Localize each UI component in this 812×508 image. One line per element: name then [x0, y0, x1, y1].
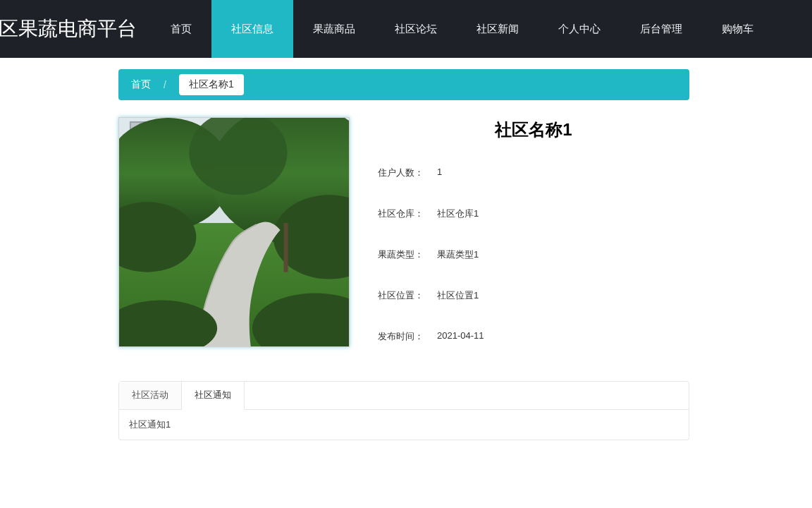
breadcrumb-home[interactable]: 首页 [131, 78, 151, 91]
nav-item-4[interactable]: 社区新闻 [457, 0, 539, 58]
info-label: 社区位置： [378, 289, 437, 302]
tab-1[interactable]: 社区通知 [182, 382, 245, 410]
community-image [119, 118, 349, 346]
nav-item-6[interactable]: 后台管理 [620, 0, 702, 58]
nav-items: 首页社区信息果蔬商品社区论坛社区新闻个人中心后台管理购物车 [151, 0, 812, 58]
info-value: 1 [437, 167, 442, 179]
detail-row: 社区名称1 住户人数：1社区仓库：社区仓库1果蔬类型：果蔬类型1社区位置：社区位… [118, 117, 689, 371]
brand-title: 社区果蔬电商平台 [0, 0, 151, 58]
info-row-4: 发布时间：2021-04-11 [378, 330, 689, 343]
info-value: 2021-04-11 [437, 330, 484, 343]
info-label: 果蔬类型： [378, 248, 437, 261]
info-row-2: 果蔬类型：果蔬类型1 [378, 248, 689, 261]
breadcrumb: 首页 / 社区名称1 [118, 69, 689, 100]
breadcrumb-separator: / [164, 79, 166, 90]
tab-content: 社区通知1 [118, 410, 689, 440]
info-value: 社区位置1 [437, 289, 479, 302]
info-label: 社区仓库： [378, 207, 437, 220]
svg-rect-17 [284, 223, 288, 272]
nav-item-7[interactable]: 购物车 [702, 0, 773, 58]
tabs-bar: 社区活动社区通知 [118, 381, 689, 410]
info-label: 住户人数： [378, 167, 437, 179]
tab-0[interactable]: 社区活动 [119, 382, 182, 409]
community-image-box [118, 117, 350, 347]
info-value: 果蔬类型1 [437, 248, 479, 261]
info-row-1: 社区仓库：社区仓库1 [378, 207, 689, 220]
breadcrumb-current: 社区名称1 [179, 74, 244, 95]
info-column: 社区名称1 住户人数：1社区仓库：社区仓库1果蔬类型：果蔬类型1社区位置：社区位… [350, 117, 689, 371]
nav-item-3[interactable]: 社区论坛 [375, 0, 457, 58]
top-navbar: 社区果蔬电商平台 首页社区信息果蔬商品社区论坛社区新闻个人中心后台管理购物车 [0, 0, 812, 58]
nav-item-1[interactable]: 社区信息 [211, 0, 293, 58]
info-row-3: 社区位置：社区位置1 [378, 289, 689, 302]
info-label: 发布时间： [378, 330, 437, 343]
info-value: 社区仓库1 [437, 207, 479, 220]
page-container: 首页 / 社区名称1 [118, 58, 689, 440]
nav-item-0[interactable]: 首页 [151, 0, 211, 58]
info-row-0: 住户人数：1 [378, 167, 689, 179]
nav-item-2[interactable]: 果蔬商品 [293, 0, 375, 58]
nav-item-5[interactable]: 个人中心 [539, 0, 620, 58]
community-title: 社区名称1 [378, 119, 689, 141]
